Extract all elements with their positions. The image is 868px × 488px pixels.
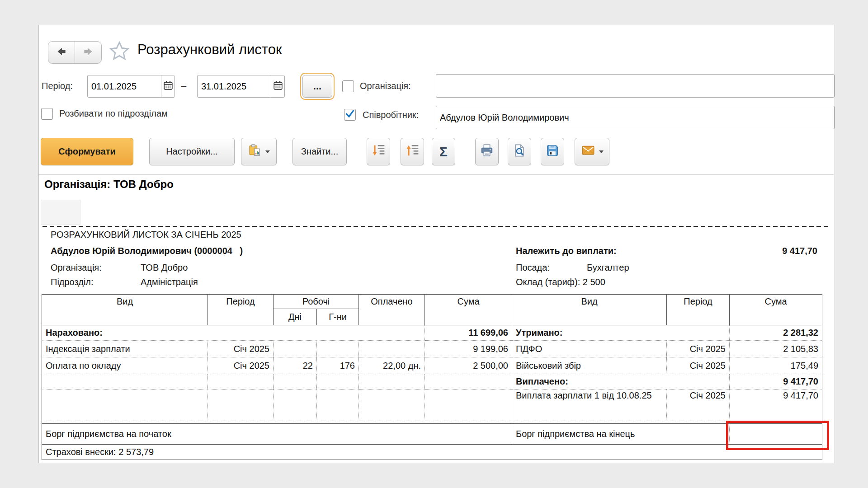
payslip-table: Вид Період Робочі Оплачено Сума Вид Пері… — [42, 294, 822, 460]
accrual-days: 22 — [274, 357, 317, 374]
col-header-hours: Г-ни — [317, 309, 359, 325]
split-by-departments-label: Розбивати по підрозділам — [59, 108, 168, 119]
deduction-period: Січ 2025 — [667, 341, 730, 357]
debt-start-label: Борг підприємства на початок — [42, 424, 512, 445]
payslip-title: РОЗРАХУНКОВИЙ ЛИСТОК ЗА СІЧЕНЬ 2025 — [51, 230, 241, 240]
col-header-sum-right: Сума — [730, 295, 822, 325]
payment-type: Виплата зарплати 1 від 10.08.25 — [512, 389, 667, 421]
dashed-separator — [42, 226, 831, 227]
deduction-type: Військовий збір — [512, 357, 667, 374]
accrual-paid — [359, 341, 425, 357]
nav-button-group — [48, 41, 102, 64]
deduction-sum: 175,49 — [730, 357, 822, 374]
col-header-paid: Оплачено — [359, 295, 425, 325]
payment-period: Січ 2025 — [667, 389, 730, 421]
arrow-up-list-icon — [405, 143, 420, 160]
table-row: Індексація зарплати Січ 2025 9 199,06 ПД… — [42, 341, 822, 357]
calendar-icon — [273, 80, 283, 92]
envelope-icon — [581, 143, 595, 160]
printer-icon — [480, 143, 494, 160]
period-more-button[interactable]: ... — [302, 75, 332, 98]
save-button[interactable] — [541, 138, 564, 165]
paid-out-sum: 9 417,70 — [730, 374, 822, 389]
accrual-sum: 2 500,00 — [425, 357, 512, 374]
split-by-departments-checkbox[interactable] — [41, 108, 53, 120]
accrual-type: Індексація зарплати — [42, 341, 208, 357]
calendar-icon — [163, 80, 173, 92]
employee-field — [436, 106, 835, 129]
accrual-hours: 176 — [317, 357, 359, 374]
organization-field — [436, 74, 835, 98]
department-value: Адміністрація — [141, 277, 198, 287]
red-highlight-annotation — [726, 421, 829, 450]
accrued-sum: 11 699,06 — [425, 325, 512, 341]
organization-input[interactable] — [436, 75, 834, 97]
accrual-period: Січ 2025 — [208, 357, 274, 374]
expand-groups-button[interactable] — [401, 138, 424, 165]
debt-end-label: Борг підприємства на кінець — [512, 424, 730, 445]
payslip-employee-line: Абдулов Юрій Володимирович (0000004 ) — [51, 246, 243, 256]
table-row-payment: Виплата зарплати 1 від 10.08.25 Січ 2025… — [42, 389, 822, 421]
accrual-sum: 9 199,06 — [425, 341, 512, 357]
col-header-sum-left: Сума — [425, 295, 512, 325]
withheld-sum: 2 281,32 — [730, 325, 822, 341]
col-header-type-left: Вид — [42, 295, 208, 325]
print-button[interactable] — [475, 138, 499, 165]
table-row-debt: Борг підприємства на початок Борг підпри… — [42, 424, 822, 445]
date-from-input[interactable] — [88, 75, 161, 97]
due-label: Належить до виплати: — [516, 246, 617, 256]
forward-button[interactable] — [75, 42, 101, 63]
date-to-input[interactable] — [198, 75, 271, 97]
period-label: Період: — [42, 75, 73, 97]
table-row-insurance: Страхові внески: 2 573,79 — [42, 445, 822, 460]
arrow-right-icon — [82, 46, 94, 59]
arrow-left-icon — [56, 46, 67, 59]
accrual-days — [274, 341, 317, 357]
caret-down-icon — [265, 150, 270, 153]
report-window: Розрахунковий листок Період: – ... Орган… — [38, 25, 835, 463]
page-magnifier-icon — [512, 143, 527, 160]
employee-input[interactable] — [436, 106, 834, 129]
insurance-line: Страхові внески: 2 573,79 — [42, 445, 822, 460]
date-from-field — [87, 75, 175, 98]
employee-checkbox[interactable] — [344, 109, 356, 121]
withheld-label: Утримано: — [512, 325, 730, 341]
col-header-type-right: Вид — [512, 295, 667, 325]
caret-down-icon — [599, 150, 604, 153]
org-label: Організація: — [51, 263, 102, 273]
deduction-sum: 2 105,83 — [730, 341, 822, 357]
date-to-calendar-button[interactable] — [271, 75, 284, 97]
generate-button[interactable]: Сформувати — [41, 138, 133, 165]
accrual-hours — [317, 341, 359, 357]
paid-out-label: Виплачено: — [512, 374, 730, 389]
favorite-star-icon[interactable] — [108, 40, 131, 64]
clipboard-chart-icon — [248, 144, 262, 160]
table-row: Оплата по окладу Січ 2025 22 176 22,00 д… — [42, 357, 822, 374]
report-top-divider — [39, 174, 834, 175]
deduction-type: ПДФО — [512, 341, 667, 357]
date-to-field — [197, 75, 285, 98]
page-title: Розрахунковий листок — [137, 42, 282, 58]
report-org-header: Організація: ТОВ Добро — [44, 178, 174, 191]
deduction-period: Січ 2025 — [667, 357, 730, 374]
back-button[interactable] — [48, 42, 75, 63]
find-button[interactable]: Знайти... — [292, 138, 347, 165]
totals-button[interactable]: Σ — [432, 138, 455, 165]
date-from-calendar-button[interactable] — [161, 75, 175, 97]
arrow-down-list-icon — [371, 143, 386, 160]
position-value: Бухгалтер — [587, 263, 629, 273]
group-margin-box — [41, 200, 80, 225]
position-label: Посада: — [516, 263, 550, 273]
salary-line: Оклад (тариф): 2 500 — [516, 277, 605, 287]
email-button[interactable] — [575, 138, 609, 165]
organization-checkbox[interactable] — [342, 80, 354, 92]
due-value: 9 417,70 — [672, 246, 817, 256]
checkmark-icon — [344, 108, 355, 121]
department-label: Підрозділ: — [51, 277, 94, 287]
collapse-groups-button[interactable] — [367, 138, 390, 165]
settings-button[interactable]: Настройки... — [149, 138, 235, 165]
preview-button[interactable] — [508, 138, 531, 165]
period-range-dash: – — [181, 75, 186, 97]
accrued-label: Нараховано: — [42, 325, 425, 341]
report-variants-button[interactable] — [241, 138, 277, 165]
